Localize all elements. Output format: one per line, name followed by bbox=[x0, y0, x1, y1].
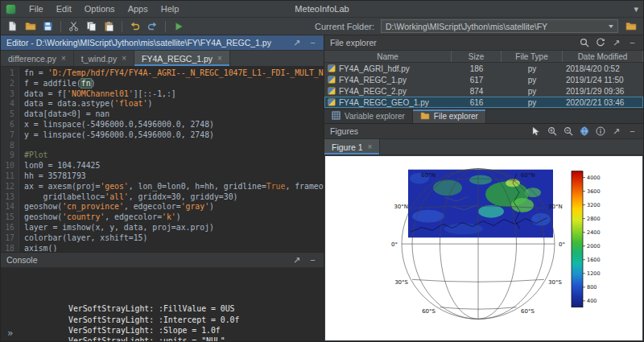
console-header-icons: ↗− bbox=[291, 255, 318, 266]
editor-tab-difference.py[interactable]: difference.py× bbox=[1, 51, 74, 66]
code-editor[interactable]: 123456789101112131415161718 fn = 'D:/Tem… bbox=[1, 67, 324, 252]
float-icon[interactable]: ↗ bbox=[291, 38, 302, 48]
left-column: Editor - D:\Working\MIScript\Jython\mis\… bbox=[1, 35, 324, 341]
folder-small-icon bbox=[420, 111, 430, 122]
code-line: colorbar(layer, xshift=15) bbox=[24, 233, 324, 244]
line-number: 7 bbox=[1, 130, 14, 141]
colorbar-tick-label: 2800 bbox=[587, 216, 601, 222]
minimize-icon[interactable]: − bbox=[308, 38, 318, 48]
editor-tabbar: difference.py×t_wind.py×FY4A_REGC_1.py× bbox=[1, 51, 324, 67]
tab-close-icon[interactable]: × bbox=[368, 143, 373, 151]
menu-edit[interactable]: Edit bbox=[50, 2, 78, 15]
current-folder-label: Current Folder: bbox=[315, 22, 374, 31]
copy-button[interactable] bbox=[84, 19, 99, 34]
current-folder-combobox[interactable]: D:\Working\MIScript\Jython\mis\satellite… bbox=[381, 19, 618, 33]
file-row[interactable]: FY4A_AGRI_hdf.py186py2018/4/20 0:52 bbox=[324, 63, 643, 74]
line-number: 2 bbox=[1, 79, 14, 89]
file-table-header: NameSizeFile TypeDate Modified bbox=[324, 51, 643, 63]
menu-apps[interactable]: Apps bbox=[122, 2, 155, 15]
file-row[interactable]: FY4A_REGC_2.py874py2019/1/29 09:36 bbox=[324, 85, 643, 97]
code-line bbox=[24, 141, 324, 151]
app-logo-icon bbox=[6, 4, 16, 14]
editor-title: Editor - D:\Working\MIScript\Jython\mis\… bbox=[6, 38, 271, 47]
line-number: 13 bbox=[1, 192, 14, 203]
tab-close-icon[interactable]: × bbox=[217, 55, 222, 63]
figures-title: Figures bbox=[330, 126, 358, 136]
redo-button[interactable] bbox=[145, 19, 160, 34]
tab-close-icon[interactable]: × bbox=[122, 55, 126, 63]
menu-file[interactable]: File bbox=[23, 2, 50, 15]
globe-icon[interactable] bbox=[579, 126, 589, 137]
map-figure[interactable]: 60°N60°N30°N30°N0°0°30°S30°S60°S60°S 400… bbox=[325, 156, 642, 340]
tab-variable-explorer[interactable]: Variable explorer bbox=[324, 109, 413, 123]
file-type: py bbox=[502, 76, 563, 84]
toolbar-separator bbox=[165, 21, 166, 32]
float-icon[interactable]: ↗ bbox=[611, 126, 621, 137]
window-menu-icon[interactable]: ▾ bbox=[634, 5, 638, 14]
editor-tab-t_wind.py[interactable]: t_wind.py× bbox=[74, 51, 134, 66]
cursor-icon[interactable] bbox=[530, 126, 541, 137]
console-title: Console bbox=[6, 255, 38, 265]
column-header-date-modified[interactable]: Date Modified bbox=[563, 51, 643, 62]
figure-tab[interactable]: Figure 1 × bbox=[324, 139, 380, 155]
editor-tab-FY4A_REGC_1.py[interactable]: FY4A_REGC_1.py× bbox=[134, 51, 230, 66]
meteoinfolab-window: FileEditOptionsAppsHelp MeteoInfoLab ▾ C… bbox=[0, 0, 644, 342]
file-name: FY4A_REGC_GEO_1.py bbox=[339, 98, 429, 107]
minimize-icon[interactable]: − bbox=[308, 255, 318, 266]
menu-options[interactable]: Options bbox=[78, 2, 122, 15]
line-number: 3 bbox=[1, 89, 14, 100]
file-size: 616 bbox=[452, 98, 502, 107]
line-number: 15 bbox=[1, 212, 14, 223]
search-icon[interactable] bbox=[579, 38, 589, 48]
file-date-modified: 2019/1/29 09:36 bbox=[563, 87, 643, 96]
open-folder-button[interactable] bbox=[23, 19, 38, 34]
grid-label: 60°N bbox=[521, 172, 535, 179]
info-icon[interactable] bbox=[595, 126, 605, 137]
save-button[interactable] bbox=[40, 19, 56, 34]
code-line: ax = axesm(proj='geos', lon_0=lon0, h=hh… bbox=[24, 182, 324, 192]
console-output[interactable]: » VerSoftStrayLight: :FillValue = 0USVer… bbox=[1, 268, 324, 341]
colorbar-tick-label: 2400 bbox=[587, 229, 601, 236]
paste-button[interactable] bbox=[101, 19, 117, 34]
grid-label: 0° bbox=[391, 241, 398, 248]
zoom-in-icon[interactable] bbox=[547, 126, 557, 137]
code-line: geoshow('cn_province', edgecolor='gray') bbox=[24, 202, 324, 212]
combobox-arrow-icon[interactable] bbox=[609, 25, 613, 28]
grid-label: 30°N bbox=[548, 204, 563, 210]
browse-folder-button[interactable] bbox=[623, 19, 639, 34]
right-column: File explorer ↗− NameSizeFile TypeDate M… bbox=[324, 35, 643, 341]
column-header-name[interactable]: Name bbox=[324, 51, 452, 62]
menu-help[interactable]: Help bbox=[155, 2, 186, 15]
minimize-icon[interactable]: − bbox=[627, 38, 638, 48]
column-header-size[interactable]: Size bbox=[452, 51, 502, 62]
console-panel-header[interactable]: Console ↗− bbox=[1, 253, 324, 268]
file-row[interactable]: FY4A_REGC_1.py617py2019/1/24 11:50 bbox=[324, 74, 643, 85]
grid-label: 30°S bbox=[394, 279, 408, 286]
file-size: 617 bbox=[452, 76, 502, 84]
zoom-out-icon[interactable] bbox=[563, 126, 573, 137]
line-number: 5 bbox=[1, 109, 14, 120]
run-button[interactable] bbox=[171, 19, 186, 34]
editor-panel-header[interactable]: Editor - D:\Working\MIScript\Jython\mis\… bbox=[1, 35, 324, 51]
column-header-file-type[interactable]: File Type bbox=[502, 51, 563, 62]
cut-button[interactable] bbox=[66, 19, 81, 34]
tab-label: File explorer bbox=[434, 112, 478, 121]
float-icon[interactable]: ↗ bbox=[611, 38, 621, 48]
editor-code[interactable]: fn = 'D:/Temp/hdf/FY4/FY4A-_AGRI--_N_REG… bbox=[19, 67, 324, 252]
figure-canvas[interactable]: 60°N60°N30°N30°N0°0°30°S30°S60°S60°S 400… bbox=[325, 156, 642, 340]
minimize-icon[interactable]: − bbox=[627, 126, 638, 137]
code-line: geoshow('country', edgecolor='k') bbox=[24, 212, 324, 223]
float-icon[interactable]: ↗ bbox=[291, 255, 302, 266]
toolbar-separator bbox=[122, 21, 122, 32]
refresh-icon[interactable] bbox=[595, 38, 605, 48]
undo-button[interactable] bbox=[127, 19, 142, 34]
python-file-icon bbox=[328, 64, 336, 72]
tab-close-icon[interactable]: × bbox=[61, 55, 66, 63]
console-prompt[interactable]: » bbox=[7, 328, 13, 339]
figures-header[interactable]: Figures ↗− bbox=[324, 124, 643, 139]
file-row[interactable]: FY4A_REGC_GEO_1.py616py2020/2/21 03:46 bbox=[324, 97, 643, 108]
code-line: data = data.astype('float') bbox=[24, 99, 324, 109]
new-file-button[interactable] bbox=[5, 19, 20, 34]
tab-file-explorer[interactable]: File explorer bbox=[413, 109, 486, 123]
file-explorer-header[interactable]: File explorer ↗− bbox=[324, 35, 643, 51]
